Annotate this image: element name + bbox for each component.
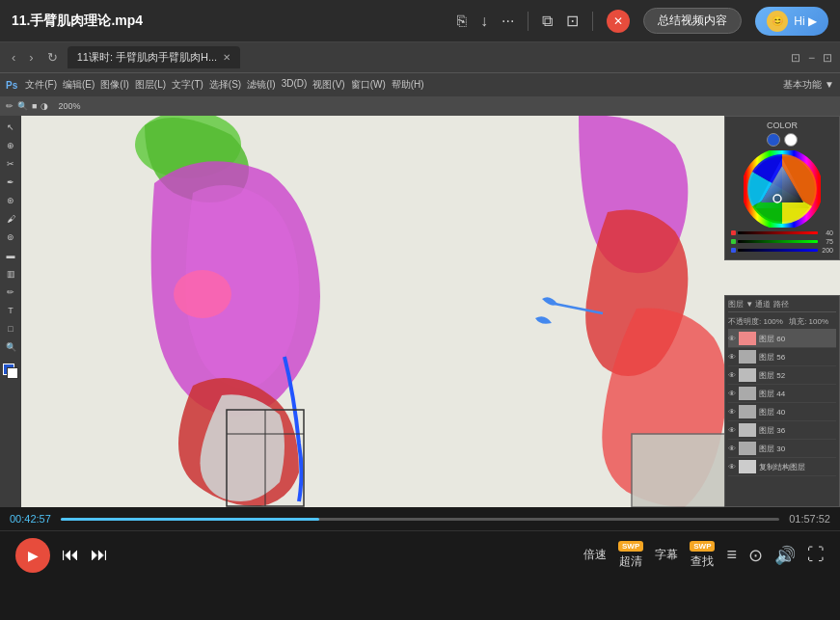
opacity-input[interactable]: ◑ bbox=[41, 101, 48, 111]
time-current: 00:42:57 bbox=[10, 513, 53, 525]
color-wheel-container bbox=[729, 150, 835, 228]
progress-area: 00:42:57 01:57:52 bbox=[0, 507, 840, 530]
avatar: 😊 bbox=[767, 11, 788, 32]
browser-expand-icon[interactable]: ⊡ bbox=[823, 51, 832, 65]
lasso-tool[interactable]: ⊕ bbox=[3, 138, 18, 153]
back-button[interactable]: ‹ bbox=[8, 48, 19, 67]
layer-row[interactable]: 👁 图层 56 bbox=[728, 348, 836, 366]
layer-row[interactable]: 👁 图层 52 bbox=[728, 366, 836, 385]
menu-3d[interactable]: 3D(D) bbox=[282, 78, 308, 92]
size-input[interactable]: ■ bbox=[32, 101, 37, 111]
color-wheel[interactable] bbox=[744, 150, 821, 228]
hi-button[interactable]: 😊 Hi ▶ bbox=[755, 7, 828, 36]
menu-select[interactable]: 选择(S) bbox=[209, 78, 241, 92]
tools-panel: ↖ ⊕ ✂ ✒ ⊛ 🖌 ⊚ ▬ ▥ ✏ T □ 🔍 bbox=[0, 116, 21, 507]
fg-color-swatch[interactable] bbox=[3, 364, 18, 379]
zoom-tool-btn[interactable]: 🔍 bbox=[3, 339, 18, 355]
gradient-tool[interactable]: ▥ bbox=[3, 266, 18, 282]
bg-swatch[interactable] bbox=[784, 133, 798, 147]
prev-button[interactable]: ⏮ bbox=[62, 545, 79, 565]
svg-point-2 bbox=[174, 270, 231, 318]
brush-tool[interactable]: ✏ bbox=[6, 101, 14, 111]
layer-row-background[interactable]: 👁 复制结构图层 bbox=[728, 458, 836, 476]
browser-menu-icon[interactable]: ⊡ bbox=[791, 51, 800, 65]
tab-close-icon[interactable]: ✕ bbox=[223, 52, 230, 63]
download-icon[interactable]: ↓ bbox=[480, 13, 488, 30]
layer-row[interactable]: 👁 图层 60 bbox=[728, 330, 836, 348]
menu-filter[interactable]: 滤镜(I) bbox=[247, 78, 275, 92]
divider bbox=[528, 12, 528, 31]
zoom-label: 200% bbox=[58, 101, 80, 111]
hd-button[interactable]: SWP 超清 bbox=[618, 541, 643, 570]
hd-badge: SWP bbox=[618, 541, 643, 552]
picture-in-picture-icon[interactable]: ⧉ bbox=[542, 13, 553, 30]
crop-icon[interactable]: ⊡ bbox=[566, 12, 579, 30]
eraser-tool[interactable]: ▬ bbox=[3, 248, 18, 263]
color-swatches bbox=[729, 133, 835, 147]
menu-edit[interactable]: 编辑(E) bbox=[63, 78, 95, 92]
browser-right-icons: ⊡ − ⊡ bbox=[791, 51, 832, 65]
eyedropper-tool[interactable]: ✒ bbox=[3, 175, 18, 190]
close-icon: ✕ bbox=[613, 14, 623, 28]
rgb-sliders: 40 75 200 bbox=[729, 228, 835, 256]
video-wrapper: Ps 文件(F) 编辑(E) 图像(I) 图层(L) 文字(T) 选择(S) 滤… bbox=[0, 73, 840, 507]
color-panel: COLOR bbox=[724, 116, 840, 260]
fg-swatch[interactable] bbox=[767, 133, 780, 147]
pen-tool[interactable]: ✏ bbox=[3, 284, 18, 300]
layer-row[interactable]: 👁 图层 30 bbox=[728, 440, 836, 458]
search-button[interactable]: SWP 查找 bbox=[690, 541, 715, 570]
hi-label: Hi ▶ bbox=[794, 14, 817, 28]
shape-tool[interactable]: □ bbox=[3, 321, 18, 337]
controls-bar: ▶ ⏮ ⏭ 倍速 SWP 超清 字幕 SWP 查找 ≡ ⊙ 🔊 ⛶ bbox=[0, 530, 840, 579]
menu-image[interactable]: 图像(I) bbox=[100, 78, 128, 92]
brush-tool[interactable]: 🖌 bbox=[3, 211, 18, 227]
menu-window[interactable]: 窗口(W) bbox=[351, 78, 386, 92]
close-button[interactable]: ✕ bbox=[607, 10, 630, 33]
menu-file[interactable]: 文件(F) bbox=[25, 78, 57, 92]
text-tool[interactable]: T bbox=[3, 303, 18, 318]
volume-icon[interactable]: 🔊 bbox=[774, 545, 796, 566]
play-icon: ▶ bbox=[28, 548, 39, 563]
refresh-button[interactable]: ↻ bbox=[43, 48, 62, 67]
menu-view[interactable]: 视图(V) bbox=[312, 78, 344, 92]
browser-tab[interactable]: 11课时: 手臂肌肉手臂肌肉H... ✕ bbox=[68, 46, 240, 68]
crop-tool[interactable]: ✂ bbox=[3, 156, 18, 172]
browser-minimize-icon[interactable]: − bbox=[808, 51, 815, 65]
selection-tool[interactable]: ↖ bbox=[3, 120, 18, 135]
menu-text[interactable]: 文字(T) bbox=[172, 78, 203, 92]
more-icon[interactable]: ··· bbox=[501, 13, 514, 30]
heal-tool[interactable]: ⊛ bbox=[3, 193, 18, 208]
progress-fill bbox=[61, 518, 319, 521]
play-button[interactable]: ▶ bbox=[15, 538, 50, 573]
layer-row[interactable]: 👁 图层 36 bbox=[728, 421, 836, 440]
muscle-drawing bbox=[0, 116, 840, 507]
search-label: 查找 bbox=[691, 553, 714, 570]
canvas-area: ↖ ⊕ ✂ ✒ ⊛ 🖌 ⊚ ▬ ▥ ✏ T □ 🔍 COLOR bbox=[0, 116, 840, 507]
layers-controls: 不透明度: 100% 填充: 100% bbox=[728, 314, 836, 330]
speed-button[interactable]: 倍速 bbox=[583, 547, 607, 563]
progress-bar[interactable] bbox=[61, 518, 779, 521]
zoom-tool[interactable]: 🔍 bbox=[17, 101, 28, 111]
next-button[interactable]: ⏭ bbox=[91, 545, 108, 565]
hd-label: 超清 bbox=[619, 553, 642, 570]
menu-help[interactable]: 帮助(H) bbox=[392, 78, 424, 92]
ps-menu-bar: Ps 文件(F) 编辑(E) 图像(I) 图层(L) 文字(T) 选择(S) 滤… bbox=[0, 73, 840, 96]
fullscreen-icon[interactable]: ⛶ bbox=[807, 545, 825, 565]
forward-button[interactable]: › bbox=[25, 48, 37, 67]
layer-row[interactable]: 👁 图层 44 bbox=[728, 385, 836, 403]
time-total: 01:57:52 bbox=[787, 513, 830, 525]
layer-row[interactable]: 👁 图层 40 bbox=[728, 403, 836, 421]
ps-logo: Ps bbox=[6, 80, 17, 91]
layers-header: 图层 ▼ 通道 路径 bbox=[728, 299, 836, 312]
layers-panel: 图层 ▼ 通道 路径 不透明度: 100% 填充: 100% 👁 图层 60 👁… bbox=[724, 295, 840, 507]
settings-icon[interactable]: ⊙ bbox=[748, 545, 763, 566]
browser-bar: ‹ › ↻ 11课时: 手臂肌肉手臂肌肉H... ✕ ⊡ − ⊡ bbox=[0, 42, 840, 73]
tab-label: 11课时: 手臂肌肉手臂肌肉H... bbox=[77, 50, 217, 65]
ps-workspace[interactable]: 基本功能 ▼ bbox=[783, 78, 834, 92]
clone-tool[interactable]: ⊚ bbox=[3, 229, 18, 245]
playlist-icon[interactable]: ≡ bbox=[726, 545, 737, 565]
share-icon[interactable]: ⎘ bbox=[457, 13, 467, 30]
summary-button[interactable]: 总结视频内容 bbox=[643, 8, 742, 34]
menu-layer[interactable]: 图层(L) bbox=[135, 78, 166, 92]
subtitle-button[interactable]: 字幕 bbox=[655, 547, 678, 563]
